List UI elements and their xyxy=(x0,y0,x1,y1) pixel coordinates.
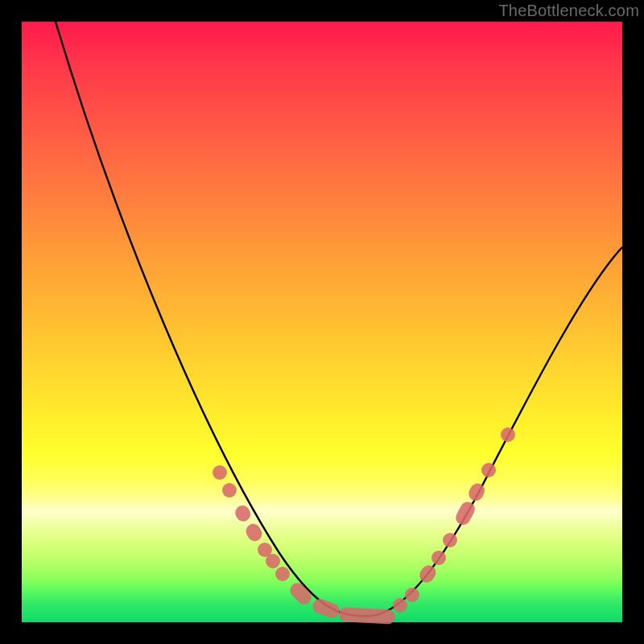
watermark-text: TheBottleneck.com xyxy=(498,2,639,20)
curve-marker-dot xyxy=(266,554,280,568)
curve-marker-dot xyxy=(431,551,446,565)
chart-frame: TheBottleneck.com xyxy=(0,0,644,644)
curve-marker-dot xyxy=(393,598,407,613)
bottleneck-curve xyxy=(22,22,622,622)
curve-marker-dot xyxy=(222,483,237,497)
curve-marker-dot xyxy=(481,463,496,477)
curve-marker-pill xyxy=(339,607,396,625)
curve-marker-dot xyxy=(213,465,227,480)
plot-area xyxy=(22,22,622,622)
curve-marker-dot xyxy=(405,588,419,602)
curve-marker-dot xyxy=(501,427,515,442)
curve-marker-dot xyxy=(275,567,290,581)
curve-marker-dot xyxy=(443,533,457,547)
